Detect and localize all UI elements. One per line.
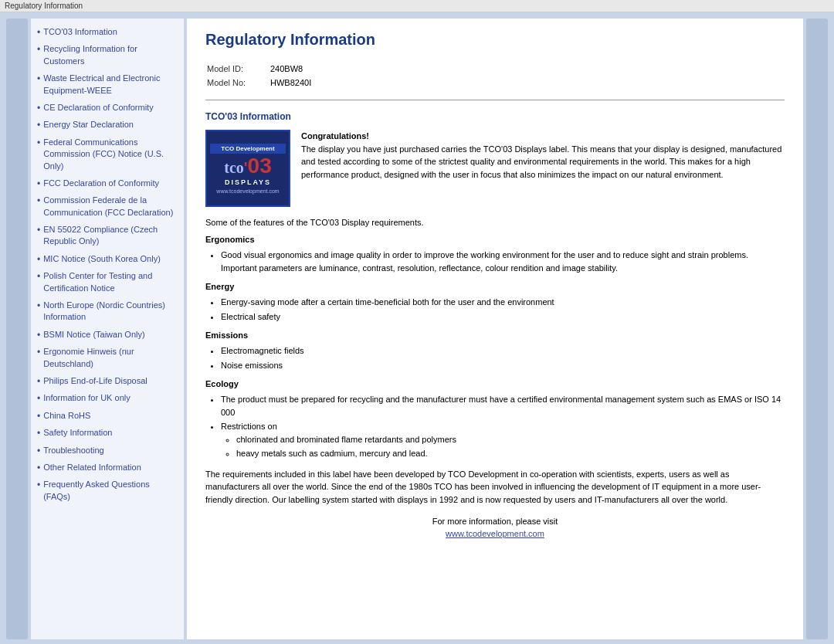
right-accent bbox=[806, 19, 828, 639]
sidebar-item-ergonomie[interactable]: •Ergonomie Hinweis (nur Deutschland) bbox=[37, 346, 178, 372]
tco-logo: TCO Development tco ' 03 DISPLAYS www.tc… bbox=[205, 130, 290, 207]
model-id-label: Model ID: bbox=[207, 63, 269, 75]
list-item: Electromagnetic fields bbox=[221, 344, 785, 358]
visit-label: For more information, please visit bbox=[205, 517, 785, 526]
model-no-label: Model No: bbox=[207, 76, 269, 89]
sidebar-item-troubleshooting[interactable]: •Troubleshooting bbox=[37, 445, 178, 459]
sidebar-link-uk[interactable]: Information for UK only bbox=[43, 392, 131, 404]
bullet-icon: • bbox=[37, 445, 40, 458]
sidebar-link-ce[interactable]: CE Declaration of Conformity bbox=[43, 102, 153, 114]
bullet-icon: • bbox=[37, 195, 40, 208]
title-bar: Regulatory Information bbox=[0, 0, 834, 12]
sidebar-item-en55022[interactable]: •EN 55022 Compliance (Czech Republic Onl… bbox=[37, 224, 178, 250]
sidebar-item-bsmi[interactable]: •BSMI Notice (Taiwan Only) bbox=[37, 329, 178, 343]
sidebar-link-ergonomie[interactable]: Ergonomie Hinweis (nur Deutschland) bbox=[43, 346, 178, 370]
bullet-icon: • bbox=[37, 270, 40, 283]
bullet-icon: • bbox=[37, 26, 40, 39]
list-item: Electrical safety bbox=[221, 310, 785, 324]
sidebar-link-philips[interactable]: Philips End-of-Life Disposal bbox=[43, 375, 147, 387]
sidebar-item-tco03[interactable]: •TCO'03 Information bbox=[37, 26, 178, 40]
sidebar-item-uk[interactable]: •Information for UK only bbox=[37, 392, 178, 406]
sidebar-item-safety[interactable]: •Safety Information bbox=[37, 427, 178, 441]
closing-text: The requirements included in this label … bbox=[205, 468, 785, 507]
sidebar-item-mic[interactable]: •MIC Notice (South Korea Only) bbox=[37, 253, 178, 267]
sidebar-link-troubleshooting[interactable]: Troubleshooting bbox=[43, 445, 103, 456]
sidebar-link-en55022[interactable]: EN 55022 Compliance (Czech Republic Only… bbox=[43, 224, 178, 248]
features-text: Some of the features of the TCO'03 Displ… bbox=[205, 218, 785, 227]
sidebar-link-faq[interactable]: Frequently Asked Questions (FAQs) bbox=[43, 479, 178, 503]
visit-url[interactable]: www.tcodevelopment.com bbox=[205, 529, 785, 538]
sub-list: chlorinated and brominated flame retarda… bbox=[236, 433, 785, 460]
sidebar-link-mic[interactable]: MIC Notice (South Korea Only) bbox=[43, 253, 161, 265]
tco-description: Congratulations! The display you have ju… bbox=[301, 130, 785, 181]
tco-logo-number: 03 bbox=[248, 155, 272, 177]
sections-container: ErgonomicsGood visual ergonomics and ima… bbox=[205, 235, 785, 460]
list-item: Good visual ergonomics and image quality… bbox=[221, 249, 785, 274]
sidebar-link-fcc-declaration[interactable]: FCC Declaration of Conformity bbox=[43, 178, 159, 189]
tco-logo-url: www.tcodevelopment.com bbox=[216, 188, 279, 194]
sidebar-link-north-europe[interactable]: North Europe (Nordic Countries) Informat… bbox=[43, 300, 178, 324]
sidebar-link-weee[interactable]: Waste Electrical and Electronic Equipmen… bbox=[43, 73, 178, 97]
bullet-icon: • bbox=[37, 329, 40, 342]
bullet-icon: • bbox=[37, 102, 40, 115]
list-item: Noise emissions bbox=[221, 359, 785, 372]
sidebar-item-fcc[interactable]: •Federal Communications Commission (FCC)… bbox=[37, 137, 178, 175]
subsection-title-energy: Energy bbox=[205, 282, 785, 291]
sidebar-link-polish[interactable]: Polish Center for Testing and Certificat… bbox=[43, 270, 178, 294]
sidebar-link-recycling[interactable]: Recycling Information for Customers bbox=[43, 43, 178, 67]
sidebar-link-tco03[interactable]: TCO'03 Information bbox=[43, 26, 117, 38]
sidebar-link-china[interactable]: China RoHS bbox=[43, 410, 90, 422]
subsection-title-ergonomics: Ergonomics bbox=[205, 235, 785, 244]
outer-wrapper: •TCO'03 Information•Recycling Informatio… bbox=[0, 12, 834, 644]
sidebar-item-fcc-declaration[interactable]: •FCC Declaration of Conformity bbox=[37, 178, 178, 192]
sidebar-item-north-europe[interactable]: •North Europe (Nordic Countries) Informa… bbox=[37, 300, 178, 326]
congrats-title: Congratulations! bbox=[301, 131, 369, 141]
sidebar-link-energy-star[interactable]: Energy Star Declaration bbox=[43, 119, 134, 130]
bullet-icon: • bbox=[37, 427, 40, 440]
sidebar-item-other[interactable]: •Other Related Information bbox=[37, 462, 178, 476]
sidebar-link-safety[interactable]: Safety Information bbox=[43, 427, 112, 439]
bullet-icon: • bbox=[37, 43, 40, 56]
sidebar-item-faq[interactable]: •Frequently Asked Questions (FAQs) bbox=[37, 479, 178, 505]
sidebar-link-bsmi[interactable]: BSMI Notice (Taiwan Only) bbox=[43, 329, 144, 341]
subsection-title-ecology: Ecology bbox=[205, 379, 785, 388]
sidebar: •TCO'03 Information•Recycling Informatio… bbox=[31, 19, 184, 639]
sidebar-link-fcc[interactable]: Federal Communications Commission (FCC) … bbox=[43, 137, 178, 172]
content-list-emissions: Electromagnetic fieldsNoise emissions bbox=[221, 344, 785, 371]
bullet-icon: • bbox=[37, 392, 40, 405]
sidebar-item-weee[interactable]: •Waste Electrical and Electronic Equipme… bbox=[37, 73, 178, 99]
tco-logo-prefix: tco bbox=[224, 159, 244, 177]
sub-list-item: heavy metals such as cadmium, mercury an… bbox=[236, 447, 785, 460]
sidebar-item-polish[interactable]: •Polish Center for Testing and Certifica… bbox=[37, 270, 178, 297]
left-accent bbox=[6, 19, 28, 639]
sidebar-item-ce[interactable]: •CE Declaration of Conformity bbox=[37, 102, 178, 116]
sidebar-link-commission-federale[interactable]: Commission Federale de la Communication … bbox=[43, 195, 178, 219]
list-item: Energy-saving mode after a certain time-… bbox=[221, 296, 785, 309]
content-list-energy: Energy-saving mode after a certain time-… bbox=[221, 296, 785, 323]
list-item: The product must be prepared for recycli… bbox=[221, 393, 785, 419]
bullet-icon: • bbox=[37, 73, 40, 86]
bullet-icon: • bbox=[37, 224, 40, 237]
visit-url-link[interactable]: www.tcodevelopment.com bbox=[446, 529, 544, 538]
bullet-icon: • bbox=[37, 462, 40, 475]
sub-list-item: chlorinated and brominated flame retarda… bbox=[236, 433, 785, 446]
tco-section-title: TCO'03 Information bbox=[205, 111, 785, 122]
bullet-icon: • bbox=[37, 375, 40, 388]
model-info-table: Model ID: 240BW8 Model No: HWB8240I bbox=[205, 61, 319, 90]
subsection-title-emissions: Emissions bbox=[205, 330, 785, 340]
content-list-ergonomics: Good visual ergonomics and image quality… bbox=[221, 249, 785, 274]
bullet-icon: • bbox=[37, 410, 40, 423]
list-item: Restrictions onchlorinated and brominate… bbox=[221, 420, 785, 460]
bullet-icon: • bbox=[37, 178, 40, 191]
divider bbox=[205, 100, 785, 100]
page-title: Regulatory Information bbox=[205, 31, 785, 49]
model-no-value: HWB8240I bbox=[270, 76, 317, 89]
sidebar-item-commission-federale[interactable]: •Commission Federale de la Communication… bbox=[37, 195, 178, 221]
sidebar-item-energy-star[interactable]: •Energy Star Declaration bbox=[37, 119, 178, 133]
sidebar-item-china[interactable]: •China RoHS bbox=[37, 410, 178, 424]
sidebar-item-recycling[interactable]: •Recycling Information for Customers bbox=[37, 43, 178, 69]
sidebar-link-other[interactable]: Other Related Information bbox=[43, 462, 141, 473]
sidebar-item-philips[interactable]: •Philips End-of-Life Disposal bbox=[37, 375, 178, 389]
main-content: Regulatory Information Model ID: 240BW8 … bbox=[187, 19, 803, 639]
bullet-icon: • bbox=[37, 137, 40, 150]
